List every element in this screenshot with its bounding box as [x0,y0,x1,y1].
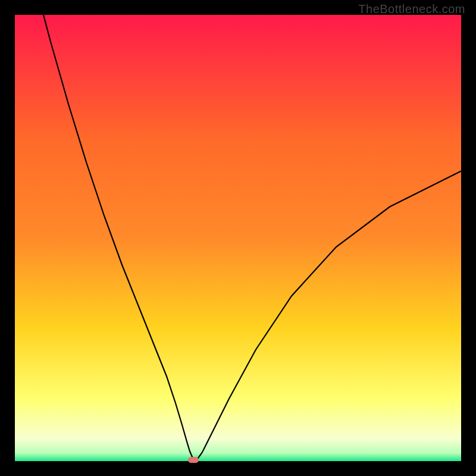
plot-area [15,15,461,461]
plot-svg [15,15,461,461]
watermark-text: TheBottleneck.com [358,2,465,16]
gradient-background [15,15,461,461]
optimal-point-marker [188,457,199,463]
chart-frame: TheBottleneck.com [0,0,476,476]
